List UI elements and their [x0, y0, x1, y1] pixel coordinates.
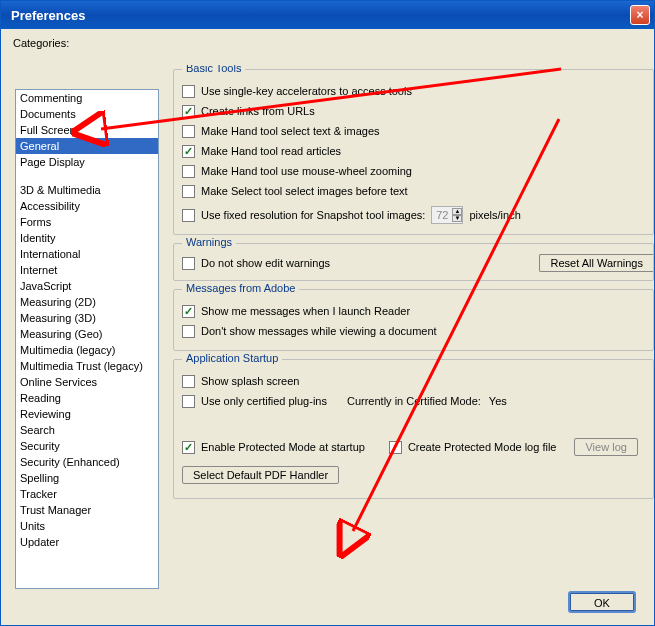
- spin-up-icon[interactable]: ▲: [452, 208, 462, 215]
- category-item[interactable]: Search: [16, 422, 158, 438]
- category-item[interactable]: Spelling: [16, 470, 158, 486]
- ok-button[interactable]: OK: [568, 591, 636, 613]
- group-legend: Application Startup: [182, 352, 282, 364]
- group-legend: Warnings: [182, 236, 236, 248]
- label-splash: Show splash screen: [201, 375, 299, 387]
- category-item[interactable]: Updater: [16, 534, 158, 550]
- label-pixels-unit: pixels/inch: [469, 209, 520, 221]
- label-edit-warnings: Do not show edit warnings: [201, 257, 330, 269]
- label-protected-mode: Enable Protected Mode at startup: [201, 441, 365, 453]
- messages-label-1: Don't show messages while viewing a docu…: [201, 325, 437, 337]
- view-log-button[interactable]: View log: [574, 438, 637, 456]
- category-item[interactable]: Security: [16, 438, 158, 454]
- messages-checkbox-1[interactable]: [182, 325, 195, 338]
- categories-label: Categories:: [13, 37, 654, 49]
- reset-warnings-button[interactable]: Reset All Warnings: [539, 254, 653, 272]
- basic-label-4: Make Hand tool use mouse-wheel zooming: [201, 165, 412, 177]
- close-button[interactable]: ×: [630, 5, 650, 25]
- messages-checkbox-0[interactable]: [182, 305, 195, 318]
- category-item[interactable]: Accessibility: [16, 198, 158, 214]
- basic-label-0: Use single-key accelerators to access to…: [201, 85, 412, 97]
- window-title: Preferences: [11, 8, 630, 23]
- label-cert-mode: Currently in Certified Mode:: [347, 395, 481, 407]
- category-item[interactable]: Multimedia (legacy): [16, 342, 158, 358]
- category-item[interactable]: Online Services: [16, 374, 158, 390]
- category-item[interactable]: 3D & Multimedia: [16, 182, 158, 198]
- basic-checkbox-3[interactable]: [182, 145, 195, 158]
- category-item[interactable]: Multimedia Trust (legacy): [16, 358, 158, 374]
- category-item[interactable]: JavaScript: [16, 278, 158, 294]
- category-item[interactable]: General: [16, 138, 158, 154]
- group-basic-tools: Basic Tools Use single-key accelerators …: [173, 69, 654, 235]
- category-item[interactable]: Documents: [16, 106, 158, 122]
- checkbox-certified-plugins[interactable]: [182, 395, 195, 408]
- group-startup: Application Startup Show splash screen U…: [173, 359, 654, 499]
- checkbox-fixed-resolution[interactable]: [182, 209, 195, 222]
- checkbox-splash[interactable]: [182, 375, 195, 388]
- category-item[interactable]: Trust Manager: [16, 502, 158, 518]
- fixed-resolution-spinner[interactable]: ▲ ▼: [431, 206, 463, 224]
- label-fixed-resolution: Use fixed resolution for Snapshot tool i…: [201, 209, 425, 221]
- category-item[interactable]: Tracker: [16, 486, 158, 502]
- checkbox-protected-log[interactable]: [389, 441, 402, 454]
- checkbox-protected-mode[interactable]: [182, 441, 195, 454]
- basic-checkbox-5[interactable]: [182, 185, 195, 198]
- group-warnings: Warnings Do not show edit warnings Reset…: [173, 243, 654, 281]
- basic-checkbox-2[interactable]: [182, 125, 195, 138]
- category-item[interactable]: Page Display: [16, 154, 158, 170]
- label-protected-log: Create Protected Mode log file: [408, 441, 557, 453]
- category-item[interactable]: Measuring (3D): [16, 310, 158, 326]
- category-item[interactable]: Security (Enhanced): [16, 454, 158, 470]
- checkbox-edit-warnings[interactable]: [182, 257, 195, 270]
- preferences-dialog: Preferences × Categories: CommentingDocu…: [0, 0, 655, 626]
- group-legend: Basic Tools: [182, 65, 245, 74]
- settings-panel: Basic Tools Use single-key accelerators …: [173, 65, 654, 575]
- group-legend: Messages from Adobe: [182, 282, 299, 294]
- category-item[interactable]: Units: [16, 518, 158, 534]
- category-item[interactable]: Identity: [16, 230, 158, 246]
- fixed-resolution-input[interactable]: [432, 208, 450, 222]
- basic-label-5: Make Select tool select images before te…: [201, 185, 408, 197]
- basic-label-2: Make Hand tool select text & images: [201, 125, 380, 137]
- spin-down-icon[interactable]: ▼: [452, 215, 462, 222]
- basic-checkbox-4[interactable]: [182, 165, 195, 178]
- messages-label-0: Show me messages when I launch Reader: [201, 305, 410, 317]
- category-item[interactable]: International: [16, 246, 158, 262]
- category-item[interactable]: Reading: [16, 390, 158, 406]
- category-item[interactable]: Internet: [16, 262, 158, 278]
- dialog-body: Categories: CommentingDocumentsFull Scre…: [1, 29, 654, 625]
- category-item[interactable]: Reviewing: [16, 406, 158, 422]
- category-item[interactable]: Measuring (2D): [16, 294, 158, 310]
- basic-checkbox-1[interactable]: [182, 105, 195, 118]
- category-item[interactable]: Commenting: [16, 90, 158, 106]
- group-messages: Messages from Adobe Show me messages whe…: [173, 289, 654, 351]
- basic-checkbox-0[interactable]: [182, 85, 195, 98]
- value-cert-mode: Yes: [489, 395, 507, 407]
- category-item[interactable]: Full Screen: [16, 122, 158, 138]
- category-item[interactable]: Forms: [16, 214, 158, 230]
- label-certified-plugins: Use only certified plug-ins: [201, 395, 327, 407]
- basic-label-1: Create links from URLs: [201, 105, 315, 117]
- title-bar: Preferences ×: [1, 1, 654, 29]
- categories-list[interactable]: CommentingDocumentsFull ScreenGeneralPag…: [15, 89, 159, 589]
- basic-label-3: Make Hand tool read articles: [201, 145, 341, 157]
- category-item[interactable]: Measuring (Geo): [16, 326, 158, 342]
- select-default-pdf-handler-button[interactable]: Select Default PDF Handler: [182, 466, 339, 484]
